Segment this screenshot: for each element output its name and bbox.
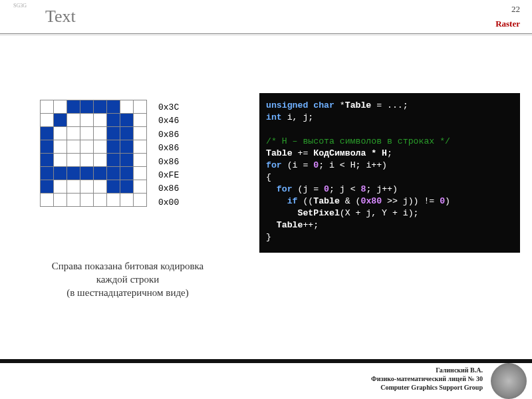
bitmap-cell bbox=[80, 127, 94, 140]
bitmap-grid bbox=[40, 100, 147, 207]
bitmap-cell bbox=[94, 114, 107, 127]
bitmap-cell bbox=[80, 154, 94, 167]
bitmap-cell bbox=[54, 114, 67, 127]
bitmap-cell bbox=[67, 127, 80, 140]
hex-column: 0x3C0x460x860x860x860xFE0x860x00 bbox=[158, 101, 179, 209]
bitmap-cell bbox=[54, 194, 67, 207]
bitmap-cell bbox=[107, 100, 120, 114]
bitmap-cell bbox=[54, 180, 67, 194]
bitmap-cell bbox=[107, 127, 120, 140]
bitmap-cell bbox=[120, 154, 134, 167]
bitmap-cell bbox=[94, 167, 107, 180]
bitmap-cell bbox=[134, 167, 147, 180]
code-block: unsigned char *Table = ...; int i, j; /*… bbox=[259, 93, 520, 253]
bitmap-cell bbox=[80, 194, 94, 207]
bitmap-cell bbox=[94, 180, 107, 194]
hex-value: 0xFE bbox=[158, 169, 179, 182]
bitmap-cell bbox=[134, 114, 147, 127]
bitmap-cell bbox=[41, 180, 54, 194]
bitmap-cell bbox=[41, 154, 54, 167]
bitmap-cell bbox=[120, 194, 134, 207]
bitmap-cell bbox=[134, 194, 147, 207]
bitmap-cell bbox=[107, 140, 120, 154]
bitmap-cell bbox=[41, 167, 54, 180]
hex-value: 0x46 bbox=[158, 114, 179, 128]
bitmap-cell bbox=[67, 100, 80, 114]
bitmap-cell bbox=[134, 180, 147, 194]
bitmap-cell bbox=[67, 167, 80, 180]
hex-value: 0x86 bbox=[158, 182, 179, 196]
bitmap-cell bbox=[41, 140, 54, 154]
bitmap-cell bbox=[120, 140, 134, 154]
bitmap-cell bbox=[107, 154, 120, 167]
bitmap-cell bbox=[80, 100, 94, 114]
bitmap-cell bbox=[80, 140, 94, 154]
bitmap-cell bbox=[67, 154, 80, 167]
hex-value: 0x86 bbox=[158, 142, 179, 155]
divider-shadow bbox=[0, 35, 532, 35]
footer-bar bbox=[0, 359, 532, 363]
bitmap-cell bbox=[120, 127, 134, 140]
bitmap-cell bbox=[120, 114, 134, 127]
bitmap-cell bbox=[54, 154, 67, 167]
bitmap-cell bbox=[134, 140, 147, 154]
bitmap-cell bbox=[107, 114, 120, 127]
bitmap-cell bbox=[80, 167, 94, 180]
bitmap-cell bbox=[120, 167, 134, 180]
bitmap-cell bbox=[67, 114, 80, 127]
bitmap-cell bbox=[94, 194, 107, 207]
bitmap-cell bbox=[120, 180, 134, 194]
bitmap-cell bbox=[107, 167, 120, 180]
bitmap-cell bbox=[80, 114, 94, 127]
section-tag: Raster bbox=[495, 19, 520, 29]
bitmap-cell bbox=[94, 127, 107, 140]
hex-value: 0x00 bbox=[158, 196, 179, 209]
credit-line: Computer Graphics Support Group bbox=[380, 384, 483, 391]
bitmap-cell bbox=[134, 154, 147, 167]
bitmap-cell bbox=[94, 100, 107, 114]
bitmap-cell bbox=[41, 100, 54, 114]
logo-badge: SG3G bbox=[4, 3, 36, 28]
bitmap-cell bbox=[67, 194, 80, 207]
bitmap-cell bbox=[107, 194, 120, 207]
bitmap-cell bbox=[41, 127, 54, 140]
seal-icon bbox=[491, 363, 527, 399]
caption-line: каждой строки bbox=[96, 274, 160, 285]
bitmap-cell bbox=[94, 140, 107, 154]
page-number: 22 bbox=[511, 4, 520, 15]
bitmap-cell bbox=[134, 127, 147, 140]
footer-credits: Галинский В.А. Физико-математический лиц… bbox=[371, 366, 483, 392]
bitmap-cell bbox=[120, 100, 134, 114]
divider bbox=[0, 33, 532, 34]
bitmap-cell bbox=[54, 100, 67, 114]
page-title: Text bbox=[45, 7, 76, 27]
bitmap-cell bbox=[41, 194, 54, 207]
credit-line: Галинский В.А. bbox=[436, 366, 483, 374]
hex-value: 0x86 bbox=[158, 128, 179, 142]
bitmap-cell bbox=[107, 180, 120, 194]
bitmap-cell bbox=[54, 140, 67, 154]
credit-line: Физико-математический лицей № 30 bbox=[371, 375, 483, 382]
caption-line: Справа показана битовая кодировка bbox=[52, 261, 204, 271]
bitmap-cell bbox=[134, 100, 147, 114]
bitmap-cell bbox=[54, 167, 67, 180]
caption-line: (в шестнадцатеричном виде) bbox=[66, 287, 188, 298]
bitmap-cell bbox=[80, 180, 94, 194]
bitmap-cell bbox=[94, 154, 107, 167]
bitmap-caption: Справа показана битовая кодировка каждой… bbox=[28, 259, 227, 299]
bitmap-cell bbox=[67, 180, 80, 194]
bitmap-cell bbox=[54, 127, 67, 140]
bitmap-cell bbox=[67, 140, 80, 154]
hex-value: 0x3C bbox=[158, 101, 179, 114]
bitmap-cell bbox=[41, 114, 54, 127]
hex-value: 0x86 bbox=[158, 156, 179, 169]
